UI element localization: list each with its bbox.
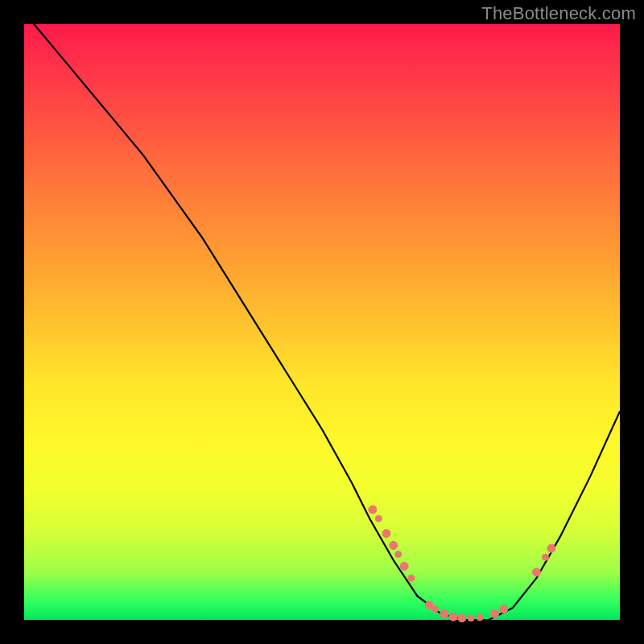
data-point [547, 544, 555, 552]
data-point [449, 613, 457, 621]
data-point [382, 530, 390, 538]
data-point [408, 575, 415, 581]
data-point [390, 542, 398, 550]
plot-area [24, 24, 620, 620]
data-point [532, 568, 540, 576]
data-point [491, 610, 499, 618]
watermark-text: TheBottleneck.com [481, 3, 636, 24]
data-point [395, 551, 402, 558]
data-point [400, 562, 408, 570]
data-point [458, 614, 466, 622]
bottleneck-curve [24, 12, 620, 620]
data-point [543, 554, 549, 560]
data-point [477, 614, 483, 621]
data-point [369, 506, 377, 514]
chart-stage: TheBottleneck.com [0, 0, 644, 644]
data-point [432, 606, 439, 613]
data-point [500, 605, 508, 613]
data-point [440, 610, 448, 618]
chart-svg [24, 24, 620, 620]
data-point [468, 615, 474, 621]
data-point [375, 515, 382, 522]
